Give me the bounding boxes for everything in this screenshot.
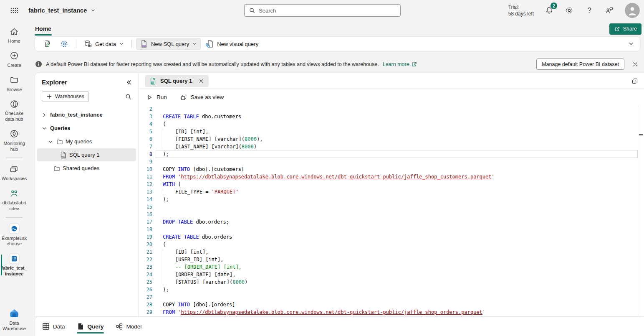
sidebar-item-monitoring-hub[interactable]: Monitoring hub (0, 127, 28, 154)
code-line: 6 [FIRST_NAME] [varchar](8000), (139, 135, 644, 143)
code-text: [STATUS] [varchar](8000) (139, 278, 644, 286)
sidebar-item-label: Home (1, 38, 27, 44)
code-text: FILE_TYPE = 'PARQUET' (139, 188, 644, 196)
sidebar-item-label: OneLake data hub (1, 111, 27, 122)
sidebar-item-label: Browse (1, 87, 27, 93)
tab-query[interactable]: Query (77, 317, 104, 336)
tab-data[interactable]: Data (42, 317, 65, 336)
sidebar-item-workspaces[interactable]: Workspaces (0, 162, 28, 183)
code-line: 10COPY INTO [dbo].[customers] (139, 165, 644, 173)
sql-editor[interactable]: 23CREATE TABLE dbo.customers4(5 [ID] [in… (139, 105, 644, 316)
code-line: 19CREATE TABLE dbo.orders (139, 233, 644, 241)
lakehouse-icon (9, 223, 20, 234)
topbar-right-cluster: Trial: 58 days left 2 ? (508, 0, 644, 21)
explorer-search-button[interactable] (125, 93, 132, 100)
code-line: 15 (139, 203, 644, 211)
run-label: Run (157, 94, 167, 100)
line-number: 27 (139, 293, 152, 301)
app-launcher-button[interactable] (0, 7, 28, 14)
copy-button[interactable] (631, 78, 638, 84)
sidebar-item-dbtlabsfabricdev[interactable]: dbtlabsfabricdev (0, 186, 28, 214)
new-sql-query-label: New SQL query (151, 41, 189, 47)
tab-sql-query-1[interactable]: SQL SQL query 1 (145, 75, 209, 87)
token: ); (163, 196, 169, 202)
code-line: 9 (139, 158, 644, 165)
code-line: 13 FILE_TYPE = 'PARQUET' (139, 188, 644, 196)
line-number: 6 (139, 135, 152, 143)
get-data-button[interactable]: Get data (81, 38, 127, 50)
new-sql-query-button[interactable]: SQL New SQL query (136, 38, 201, 50)
sql-page-icon: SQL (140, 40, 148, 48)
search-input[interactable] (259, 8, 396, 14)
token: ( (175, 181, 181, 187)
home-icon (9, 26, 19, 37)
tree-item-shared-queries[interactable]: Shared queries (37, 162, 136, 175)
sidebar-item-data-warehouse[interactable]: Data Warehouse (0, 306, 28, 334)
token: ), (257, 136, 263, 142)
code-text: ( (139, 120, 644, 128)
token: [dbo].[orders] (190, 302, 235, 308)
query-doc-icon (77, 323, 84, 330)
gear-blue-icon (60, 40, 68, 48)
sidebar-item-label: ExampleLakehouse (1, 236, 27, 247)
line-number: 24 (139, 271, 152, 278)
global-search[interactable] (244, 4, 401, 17)
feedback-button[interactable] (605, 6, 614, 15)
token: CREATE (163, 234, 181, 240)
explorer-panel: Explorer Warehouses fabric_test_instance… (35, 73, 139, 316)
chevron-right-icon[interactable] (41, 112, 48, 118)
notifications-button[interactable]: 2 (545, 6, 554, 15)
code-text: ( (139, 241, 644, 248)
divider (6, 217, 23, 218)
chevron-down-icon[interactable] (47, 138, 54, 145)
chevron-down-icon (91, 8, 96, 13)
code-line: 29FROM 'https://dbtlabsynapsedatalake.bl… (139, 308, 644, 316)
collapse-panel-button[interactable] (125, 79, 132, 86)
tree-item-label: Queries (50, 125, 70, 131)
user-avatar[interactable] (625, 3, 640, 18)
tree-item-label: fabric_test_instance (50, 112, 103, 118)
sidebar-item-onelake-data-hub[interactable]: OneLake data hub (0, 97, 28, 124)
chevron-down-icon[interactable] (41, 125, 48, 132)
header-strip: Home Share (28, 21, 644, 37)
token: [FIRST_NAME] [varchar]( (175, 136, 245, 142)
chevron-down-icon (628, 41, 634, 47)
save-as-view-button[interactable]: Save as view (180, 94, 224, 101)
ribbon-expand-button[interactable] (628, 41, 634, 47)
manage-dataset-button[interactable]: Manage default Power BI dataset (536, 59, 624, 70)
sidebar-item-browse[interactable]: Browse (0, 73, 28, 94)
visual-query-page-icon (206, 40, 214, 48)
tab-home[interactable]: Home (35, 25, 51, 32)
add-warehouses-button[interactable]: Warehouses (42, 91, 89, 102)
code-line: 7 [LAST_NAME] [varchar](8000) (139, 143, 644, 150)
share-button[interactable]: Share (609, 23, 641, 35)
sidebar-item-create[interactable]: Create (0, 48, 28, 70)
close-tab-icon[interactable] (198, 78, 204, 84)
learn-more-link[interactable]: Learn more (383, 61, 417, 67)
code-text: [ID] [int], (139, 248, 644, 256)
line-number: 20 (139, 241, 152, 248)
warehouses-label: Warehouses (55, 94, 84, 99)
run-button[interactable]: Run (146, 94, 167, 101)
tree-item-fabric-test-instance[interactable]: fabric_test_instance (37, 108, 136, 121)
settings-button[interactable] (565, 6, 574, 15)
new-visual-query-button[interactable]: New visual query (202, 38, 262, 50)
banner-close-button[interactable] (632, 61, 638, 67)
help-button[interactable]: ? (585, 6, 594, 15)
explorer-title: Explorer (42, 79, 67, 86)
line-number: 25 (139, 278, 152, 286)
sidebar-item-fabric-test-instance[interactable]: fabric_test_instance (0, 251, 28, 279)
refresh-dataset-button[interactable] (40, 38, 55, 50)
sidebar-item-examplelakehouse[interactable]: ExampleLakehouse (0, 221, 28, 249)
tree-item-queries[interactable]: Queries (37, 122, 136, 135)
workspace-switcher[interactable]: fabric_test_instance (28, 7, 96, 14)
tree-item-sql-query-1[interactable]: SQLSQL query 1 (37, 148, 136, 161)
code-line: 28COPY INTO [dbo].[orders] (139, 301, 644, 308)
person-icon (625, 3, 640, 18)
tab-model[interactable]: Model (116, 317, 142, 336)
sidebar-item-home[interactable]: Home (0, 24, 28, 46)
settings-toolbar-button[interactable] (57, 38, 72, 50)
tree-item-my-queries[interactable]: My queries (37, 135, 136, 148)
indent-guide (163, 263, 175, 271)
code-text: ); (139, 286, 644, 293)
